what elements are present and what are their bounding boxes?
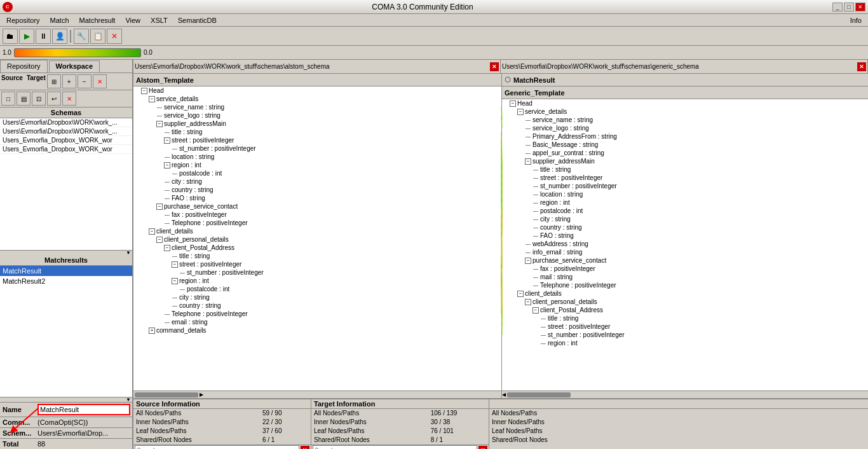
lt-btn-r2[interactable]: ▤ — [17, 92, 31, 106]
target-tree-node-t_appel[interactable]: —appel_sur_contrat : string — [502, 149, 868, 157]
target-tree-node-t_client_postal[interactable]: client_Postal_Address — [502, 306, 868, 314]
target-tree-node-t_location_sup[interactable]: —location : string — [502, 190, 868, 198]
lt-btn-add[interactable]: + — [62, 74, 76, 88]
source-tree-node-supplier_addressMain[interactable]: supplier_addressMain — [133, 120, 501, 128]
target-tree-scroll[interactable]: Headservice_details—service_name : strin… — [502, 99, 868, 390]
target-tree-node-t_st_number_sup[interactable]: —st_number : positiveInteger — [502, 182, 868, 190]
lt-btn-grid[interactable]: ⊞ — [47, 74, 61, 88]
schema-item-0[interactable]: Users\Evmorfia\Dropbox\WORK\work_... — [0, 118, 132, 127]
expanded-icon[interactable] — [164, 137, 170, 144]
maximize-button[interactable]: □ — [844, 3, 854, 11]
source-tree-node-command_details[interactable]: command_details — [133, 326, 501, 335]
source-tree-node-fax_psc[interactable]: —fax : positiveInteger — [133, 211, 501, 219]
source-tree-node-region_sup[interactable]: region : int — [133, 161, 501, 169]
source-tree-node-street_sup[interactable]: street : positiveInteger — [133, 136, 501, 144]
source-search-close[interactable]: ✕ — [301, 446, 309, 449]
lt-btn-r4[interactable]: ↩ — [47, 92, 61, 106]
lt-btn-r3[interactable]: ⊡ — [32, 92, 46, 106]
expanded-icon[interactable] — [510, 100, 516, 107]
source-path-close[interactable]: ✕ — [490, 62, 499, 71]
source-tree-node-service_logo[interactable]: —service_logo : string — [133, 111, 501, 120]
menu-matchresult[interactable]: Matchresult — [74, 15, 121, 25]
toolbar-btn-6[interactable]: ✕ — [107, 29, 122, 44]
menu-xslt[interactable]: XSLT — [146, 15, 173, 25]
target-tree-node-t_info_email[interactable]: —info_email : string — [502, 248, 868, 256]
target-tree-node-t_webAddr[interactable]: —webAddress : string — [502, 240, 868, 248]
matchresult-item-0[interactable]: MatchResult — [0, 266, 132, 276]
menu-view[interactable]: View — [120, 15, 146, 25]
target-tree-node-t_primary_addr[interactable]: —Primary_AddressFrom : string — [502, 132, 868, 141]
target-search-input[interactable] — [313, 445, 477, 449]
target-tree-node-t_client_personal[interactable]: client_personal_details — [502, 298, 868, 306]
source-tree-node-title_sup[interactable]: —title : string — [133, 128, 501, 136]
target-tree-node-t_client_details[interactable]: client_details — [502, 289, 868, 298]
source-tree-node-location_sup[interactable]: —location : string — [133, 153, 501, 161]
target-tree-node-t_postalcode_sup[interactable]: —postalcode : int — [502, 207, 868, 215]
matchresult-item-1[interactable]: MatchResult2 — [0, 276, 132, 286]
source-tree-node-service_name[interactable]: —service_name : string — [133, 103, 501, 111]
target-tree-node-t_title_cp[interactable]: —title : string — [502, 314, 868, 322]
target-tree-node-t_street_sup[interactable]: —street : positiveInteger — [502, 174, 868, 182]
menu-info[interactable]: Info — [845, 15, 867, 25]
expanded-icon[interactable] — [141, 88, 147, 94]
expanded-icon[interactable] — [172, 261, 178, 268]
expanded-icon[interactable] — [149, 96, 155, 102]
expanded-icon[interactable] — [164, 162, 170, 169]
source-tree-node-postalcode_cpd[interactable]: —postalcode : int — [133, 285, 501, 293]
target-tree-node-t_FAO_sup[interactable]: —FAO : string — [502, 231, 868, 240]
target-path-close[interactable]: ✕ — [857, 62, 866, 71]
expanded-icon[interactable] — [156, 237, 163, 243]
expanded-icon[interactable] — [156, 204, 163, 210]
source-tree-node-client_details[interactable]: client_details — [133, 227, 501, 235]
schema-item-1[interactable]: Users\Evmorfia\Dropbox\WORK\work_... — [0, 127, 132, 136]
toolbar-btn-play[interactable]: ▶ — [19, 29, 34, 44]
menu-semanticdb[interactable]: SemanticDB — [173, 15, 222, 25]
close-button[interactable]: ✕ — [855, 3, 865, 11]
collapsed-icon[interactable] — [149, 328, 155, 334]
target-tree-node-t_st_number_cp[interactable]: —st_number : positiveInteger — [502, 331, 868, 339]
expanded-icon[interactable] — [517, 109, 524, 115]
target-tree-node-t_supplier_addr[interactable]: supplier_addressMain — [502, 157, 868, 165]
target-tree-node-t_telephone[interactable]: —Telephone : positiveInteger — [502, 281, 868, 289]
source-tree-node-FAO_sup[interactable]: —FAO : string — [133, 194, 501, 202]
toolbar-btn-2[interactable]: ⏸ — [36, 29, 51, 44]
target-tree-node-t_service_name[interactable]: —service_name : string — [502, 116, 868, 124]
tab-workspace[interactable]: Workspace — [49, 60, 100, 73]
target-tree-node-t_purchase_service[interactable]: purchase_service_contact — [502, 256, 868, 265]
target-tree-node-t_region_sup[interactable]: —region : int — [502, 198, 868, 207]
source-tree-node-telephone_cpd[interactable]: —Telephone : positiveInteger — [133, 310, 501, 318]
expanded-icon[interactable] — [532, 307, 539, 314]
source-tree-node-title_cpd[interactable]: —title : string — [133, 252, 501, 260]
target-tree-node-t_head[interactable]: Head — [502, 99, 868, 107]
target-tree-node-t_service_details[interactable]: service_details — [502, 107, 868, 116]
target-tree-node-t_title_sup[interactable]: —title : string — [502, 165, 868, 174]
target-tree-node-t_service_logo[interactable]: —service_logo : string — [502, 124, 868, 132]
target-tree-node-t_basic_msg[interactable]: —Basic_Message : string — [502, 141, 868, 149]
expanded-icon[interactable] — [525, 158, 531, 165]
lt-btn-r1[interactable]: □ — [1, 92, 15, 106]
source-tree-scroll[interactable]: Headservice_details—service_name : strin… — [133, 86, 501, 390]
target-tree-node-t_fax[interactable]: —fax : positiveInteger — [502, 265, 868, 273]
menu-repository[interactable]: Repository — [1, 15, 45, 25]
menu-match[interactable]: Match — [45, 15, 74, 25]
source-tree-node-region_cpd[interactable]: region : int — [133, 277, 501, 285]
source-tree-node-st_number_sup[interactable]: —st_number : positiveInteger — [133, 144, 501, 153]
lt-btn-r5[interactable]: ✕ — [62, 92, 76, 106]
name-input[interactable] — [37, 404, 130, 415]
source-tree-node-country_sup[interactable]: —country : string — [133, 186, 501, 194]
toolbar-btn-4[interactable]: 🔧 — [74, 29, 89, 44]
source-tree-node-street_cpd[interactable]: street : positiveInteger — [133, 260, 501, 268]
source-search-input[interactable] — [135, 445, 299, 449]
source-tree-node-city_sup[interactable]: —city : string — [133, 177, 501, 186]
source-tree-node-city_cpd[interactable]: —city : string — [133, 293, 501, 301]
expanded-icon[interactable] — [156, 121, 163, 127]
source-tree-node-email_cpd[interactable]: —email : string — [133, 318, 501, 326]
target-tree-node-t_mail[interactable]: —mail : string — [502, 273, 868, 281]
target-tree-node-t_city_sup[interactable]: —city : string — [502, 215, 868, 223]
source-tree-node-telephone_psc[interactable]: —Telephone : positiveInteger — [133, 219, 501, 227]
source-tree-node-client_personal[interactable]: client_personal_details — [133, 235, 501, 244]
expanded-icon[interactable] — [525, 299, 531, 305]
target-tree-node-t_country_sup[interactable]: —country : string — [502, 223, 868, 231]
expanded-icon[interactable] — [164, 245, 170, 251]
target-tree-node-t_street_cp[interactable]: —street : positiveInteger — [502, 322, 868, 331]
